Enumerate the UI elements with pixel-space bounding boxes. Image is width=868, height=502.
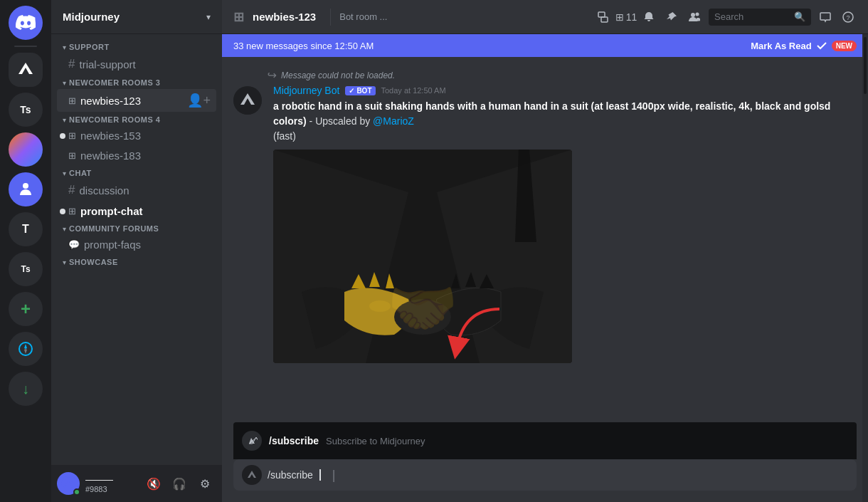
scrollbar-thumb [864,37,867,94]
category-newcomer-4[interactable]: ▾ NEWCOMER ROOMS 4 [51,113,222,125]
forum-channel-icon-4: ⊞ [68,206,76,216]
message-author: Midjourney Bot [273,85,339,96]
bot-badge: ✓ BOT [345,86,375,95]
member-count-icon: ⊞ [615,11,624,23]
inbox-icon[interactable] [817,9,834,26]
channel-prompt-faqs[interactable]: 💬 prompt-faqs [57,235,216,254]
top-bar-divider [330,9,331,26]
channel-discussion[interactable]: # discussion [57,179,216,201]
svg-text:?: ? [847,14,850,21]
server-divider [14,46,37,47]
channel-trial-support[interactable]: # trial-support [57,53,216,75]
server-icon-purple[interactable] [9,172,43,206]
server-icon-ts2[interactable]: Ts [9,252,43,286]
forum-icon[interactable] [595,9,612,26]
help-icon[interactable]: ? [840,9,857,26]
new-badge: NEW [832,41,857,51]
footer-username: ——— [85,474,139,485]
footer-tag: #9883 [85,485,139,493]
unread-dot-2 [60,209,65,214]
text-channel-icon-2: # [68,183,75,197]
category-chat[interactable]: ▾ CHAT [51,166,222,179]
server-icon-ts1[interactable]: Ts [9,93,43,127]
autocomplete-popup: /subscribe Subscribe to Midjourney [233,422,857,459]
category-support[interactable]: ▾ SUPPORT [51,40,222,53]
text-channel-icon: # [68,57,75,71]
autocomplete-item-subscribe[interactable]: /subscribe Subscribe to Midjourney [233,427,857,455]
category-showcase[interactable]: ▾ SHOWCASE [51,255,222,268]
input-cursor [319,469,321,481]
search-bar[interactable]: Search 🔍 [709,9,811,26]
main-wrapper: ⊞ newbies-123 Bot room ... ⊞ 11 Search [222,0,868,502]
mention: @MarioZ [373,115,414,127]
members-icon[interactable] [686,9,703,26]
replied-message: ↩ Message could not be loaded. [233,68,857,82]
input-area: /subscribe | [222,459,868,502]
scrollbar[interactable] [862,34,868,502]
channel-list: ▾ SUPPORT # trial-support ▾ NEWCOMER ROO… [51,34,222,465]
server-icon-gradient[interactable] [9,132,43,167]
generated-image [273,150,572,363]
channel-hash-icon: ⊞ [233,9,244,25]
channel-sidebar: Midjourney ▾ ▾ SUPPORT # trial-support ▾… [51,0,222,502]
svg-marker-3 [24,349,27,354]
sidebar-footer: ——— #9883 🔇 🎧 ⚙ [51,465,222,502]
svg-rect-4 [598,12,605,17]
message: Midjourney Bot ✓ BOT Today at 12:50 AM a… [233,85,857,363]
channel-title: newbies-123 [253,11,316,23]
add-member-icon[interactable]: 👤+ [187,93,211,108]
message-image [273,150,572,363]
server-icon-compass[interactable] [9,332,43,366]
input-text: /subscribe [268,469,313,481]
server-icon-download[interactable]: ↓ [9,372,43,406]
forum-channel-icon-2: ⊞ [68,130,76,141]
message-input-box: /subscribe | [233,459,857,491]
forum-channel-icon: ⊞ [68,95,76,106]
category-community-forums[interactable]: ▾ COMMUNITY FORUMS [51,221,222,234]
notification-icon[interactable] [640,9,657,26]
search-placeholder: Search [714,11,791,22]
unread-dot [60,133,65,139]
svg-point-0 [23,183,28,189]
new-messages-banner: 33 new messages since 12:50 AM Mark As R… [222,34,868,57]
banner-text: 33 new messages since 12:50 AM [233,41,374,51]
server-icon-t[interactable]: T [9,212,43,246]
mute-icon[interactable]: 🔇 [142,472,165,495]
channel-newbies-123[interactable]: ⊞ newbies-123 👤+ [57,89,216,112]
online-status [73,488,80,496]
member-count[interactable]: ⊞ 11 [618,9,635,26]
input-avatar [242,465,262,485]
reply-text: Message could not be loaded. [281,70,395,80]
server-rail: Ts T Ts + ↓ [0,0,51,502]
message-body: Midjourney Bot ✓ BOT Today at 12:50 AM a… [273,85,857,363]
channel-prompt-chat[interactable]: ⊞ prompt-chat [57,202,216,221]
channel-description: Bot room ... [339,11,589,22]
mark-as-read-button[interactable]: Mark As Read [751,41,812,51]
top-bar: ⊞ newbies-123 Bot room ... ⊞ 11 Search [222,0,868,34]
autocomplete-description: Subscribe to Midjourney [326,436,425,446]
server-icon-add[interactable]: + [9,292,43,326]
svg-marker-2 [24,344,27,349]
svg-point-6 [691,13,695,17]
message-header: Midjourney Bot ✓ BOT Today at 12:50 AM [273,85,857,96]
main-content: ⊞ newbies-123 Bot room ... ⊞ 11 Search [222,0,868,502]
user-avatar [57,472,80,495]
sidebar-header[interactable]: Midjourney ▾ [51,0,222,34]
category-newcomer-3[interactable]: ▾ NEWCOMER ROOMS 3 [51,75,222,88]
settings-icon[interactable]: ⚙ [194,472,216,495]
autocomplete-command: /subscribe [269,435,319,446]
headset-icon[interactable]: 🎧 [168,472,191,495]
channel-newbies-183[interactable]: ⊞ newbies-183 [57,146,216,165]
mark-as-read-action[interactable]: Mark As Read NEW [751,40,857,51]
forum-speech-icon: 💬 [68,239,80,250]
svg-rect-5 [601,17,608,22]
reply-icon: ↩ [268,68,277,82]
server-icon-midjourney[interactable] [9,53,43,87]
channel-newbies-153[interactable]: ⊞ newbies-153 [57,126,216,145]
server-name: Midjourney [63,11,206,23]
red-arrow [443,305,514,365]
server-icon-discord[interactable] [9,6,43,40]
search-icon: 🔍 [794,11,805,22]
forum-channel-icon-3: ⊞ [68,150,76,161]
pin-icon[interactable] [663,9,680,26]
